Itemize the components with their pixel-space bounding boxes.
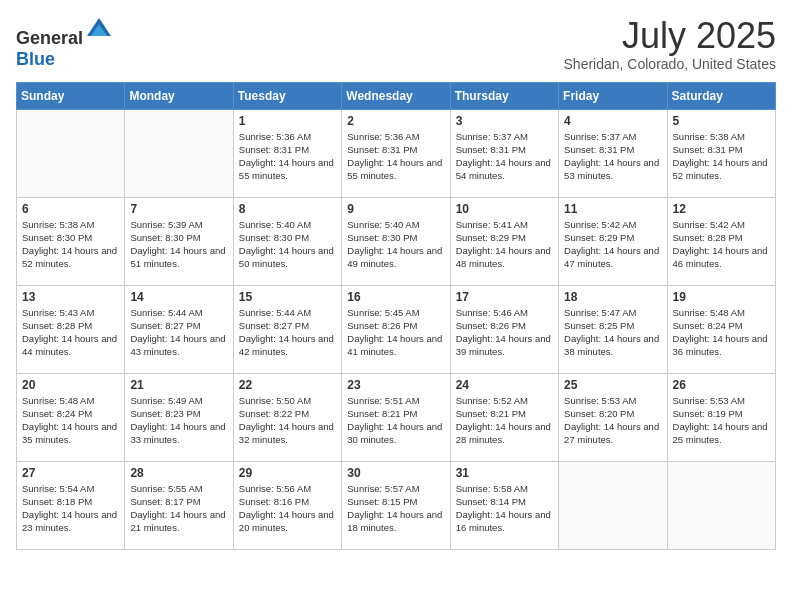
day-number: 7: [130, 202, 227, 216]
day-number: 4: [564, 114, 661, 128]
calendar-cell: 13Sunrise: 5:43 AM Sunset: 8:28 PM Dayli…: [17, 285, 125, 373]
calendar-cell: 17Sunrise: 5:46 AM Sunset: 8:26 PM Dayli…: [450, 285, 558, 373]
calendar-cell: 29Sunrise: 5:56 AM Sunset: 8:16 PM Dayli…: [233, 461, 341, 549]
day-info: Sunrise: 5:36 AM Sunset: 8:31 PM Dayligh…: [347, 130, 444, 183]
day-info: Sunrise: 5:51 AM Sunset: 8:21 PM Dayligh…: [347, 394, 444, 447]
day-info: Sunrise: 5:57 AM Sunset: 8:15 PM Dayligh…: [347, 482, 444, 535]
calendar-weekday-friday: Friday: [559, 82, 667, 109]
day-info: Sunrise: 5:56 AM Sunset: 8:16 PM Dayligh…: [239, 482, 336, 535]
day-info: Sunrise: 5:45 AM Sunset: 8:26 PM Dayligh…: [347, 306, 444, 359]
day-number: 23: [347, 378, 444, 392]
day-info: Sunrise: 5:50 AM Sunset: 8:22 PM Dayligh…: [239, 394, 336, 447]
day-info: Sunrise: 5:49 AM Sunset: 8:23 PM Dayligh…: [130, 394, 227, 447]
logo-icon: [85, 16, 113, 44]
calendar-week-row: 27Sunrise: 5:54 AM Sunset: 8:18 PM Dayli…: [17, 461, 776, 549]
calendar-cell: 20Sunrise: 5:48 AM Sunset: 8:24 PM Dayli…: [17, 373, 125, 461]
day-number: 3: [456, 114, 553, 128]
day-number: 15: [239, 290, 336, 304]
day-number: 21: [130, 378, 227, 392]
day-number: 10: [456, 202, 553, 216]
calendar-cell: 2Sunrise: 5:36 AM Sunset: 8:31 PM Daylig…: [342, 109, 450, 197]
calendar-cell: 14Sunrise: 5:44 AM Sunset: 8:27 PM Dayli…: [125, 285, 233, 373]
day-info: Sunrise: 5:55 AM Sunset: 8:17 PM Dayligh…: [130, 482, 227, 535]
logo-text: General Blue: [16, 16, 113, 70]
day-info: Sunrise: 5:41 AM Sunset: 8:29 PM Dayligh…: [456, 218, 553, 271]
calendar-cell: 11Sunrise: 5:42 AM Sunset: 8:29 PM Dayli…: [559, 197, 667, 285]
page-header: General Blue July 2025 Sheridan, Colorad…: [16, 16, 776, 72]
calendar-cell: 25Sunrise: 5:53 AM Sunset: 8:20 PM Dayli…: [559, 373, 667, 461]
calendar-cell: 23Sunrise: 5:51 AM Sunset: 8:21 PM Dayli…: [342, 373, 450, 461]
day-number: 20: [22, 378, 119, 392]
day-info: Sunrise: 5:53 AM Sunset: 8:19 PM Dayligh…: [673, 394, 770, 447]
calendar-cell: [667, 461, 775, 549]
day-number: 12: [673, 202, 770, 216]
day-info: Sunrise: 5:48 AM Sunset: 8:24 PM Dayligh…: [22, 394, 119, 447]
calendar-week-row: 6Sunrise: 5:38 AM Sunset: 8:30 PM Daylig…: [17, 197, 776, 285]
calendar-cell: [125, 109, 233, 197]
day-info: Sunrise: 5:38 AM Sunset: 8:30 PM Dayligh…: [22, 218, 119, 271]
calendar-cell: 4Sunrise: 5:37 AM Sunset: 8:31 PM Daylig…: [559, 109, 667, 197]
calendar-cell: 24Sunrise: 5:52 AM Sunset: 8:21 PM Dayli…: [450, 373, 558, 461]
calendar-cell: 26Sunrise: 5:53 AM Sunset: 8:19 PM Dayli…: [667, 373, 775, 461]
calendar-weekday-thursday: Thursday: [450, 82, 558, 109]
day-number: 25: [564, 378, 661, 392]
calendar-cell: 18Sunrise: 5:47 AM Sunset: 8:25 PM Dayli…: [559, 285, 667, 373]
day-info: Sunrise: 5:43 AM Sunset: 8:28 PM Dayligh…: [22, 306, 119, 359]
month-title: July 2025: [564, 16, 776, 56]
calendar-cell: 9Sunrise: 5:40 AM Sunset: 8:30 PM Daylig…: [342, 197, 450, 285]
day-info: Sunrise: 5:52 AM Sunset: 8:21 PM Dayligh…: [456, 394, 553, 447]
title-block: July 2025 Sheridan, Colorado, United Sta…: [564, 16, 776, 72]
day-number: 27: [22, 466, 119, 480]
day-number: 22: [239, 378, 336, 392]
day-number: 16: [347, 290, 444, 304]
day-info: Sunrise: 5:58 AM Sunset: 8:14 PM Dayligh…: [456, 482, 553, 535]
calendar-cell: 3Sunrise: 5:37 AM Sunset: 8:31 PM Daylig…: [450, 109, 558, 197]
day-number: 28: [130, 466, 227, 480]
day-number: 11: [564, 202, 661, 216]
day-info: Sunrise: 5:42 AM Sunset: 8:28 PM Dayligh…: [673, 218, 770, 271]
day-info: Sunrise: 5:48 AM Sunset: 8:24 PM Dayligh…: [673, 306, 770, 359]
calendar-cell: 8Sunrise: 5:40 AM Sunset: 8:30 PM Daylig…: [233, 197, 341, 285]
logo: General Blue: [16, 16, 113, 70]
day-info: Sunrise: 5:38 AM Sunset: 8:31 PM Dayligh…: [673, 130, 770, 183]
calendar-cell: 21Sunrise: 5:49 AM Sunset: 8:23 PM Dayli…: [125, 373, 233, 461]
day-number: 8: [239, 202, 336, 216]
day-number: 5: [673, 114, 770, 128]
calendar-cell: 7Sunrise: 5:39 AM Sunset: 8:30 PM Daylig…: [125, 197, 233, 285]
day-info: Sunrise: 5:47 AM Sunset: 8:25 PM Dayligh…: [564, 306, 661, 359]
calendar-cell: 6Sunrise: 5:38 AM Sunset: 8:30 PM Daylig…: [17, 197, 125, 285]
calendar-cell: 10Sunrise: 5:41 AM Sunset: 8:29 PM Dayli…: [450, 197, 558, 285]
day-number: 1: [239, 114, 336, 128]
calendar-cell: [559, 461, 667, 549]
calendar-cell: 12Sunrise: 5:42 AM Sunset: 8:28 PM Dayli…: [667, 197, 775, 285]
calendar-cell: 28Sunrise: 5:55 AM Sunset: 8:17 PM Dayli…: [125, 461, 233, 549]
calendar-cell: 19Sunrise: 5:48 AM Sunset: 8:24 PM Dayli…: [667, 285, 775, 373]
calendar-weekday-monday: Monday: [125, 82, 233, 109]
day-number: 30: [347, 466, 444, 480]
calendar-cell: 22Sunrise: 5:50 AM Sunset: 8:22 PM Dayli…: [233, 373, 341, 461]
day-number: 31: [456, 466, 553, 480]
location-title: Sheridan, Colorado, United States: [564, 56, 776, 72]
calendar-cell: 1Sunrise: 5:36 AM Sunset: 8:31 PM Daylig…: [233, 109, 341, 197]
day-info: Sunrise: 5:42 AM Sunset: 8:29 PM Dayligh…: [564, 218, 661, 271]
day-number: 6: [22, 202, 119, 216]
day-info: Sunrise: 5:53 AM Sunset: 8:20 PM Dayligh…: [564, 394, 661, 447]
day-info: Sunrise: 5:46 AM Sunset: 8:26 PM Dayligh…: [456, 306, 553, 359]
calendar-week-row: 1Sunrise: 5:36 AM Sunset: 8:31 PM Daylig…: [17, 109, 776, 197]
day-number: 18: [564, 290, 661, 304]
calendar-cell: 15Sunrise: 5:44 AM Sunset: 8:27 PM Dayli…: [233, 285, 341, 373]
calendar-weekday-tuesday: Tuesday: [233, 82, 341, 109]
calendar-header-row: SundayMondayTuesdayWednesdayThursdayFrid…: [17, 82, 776, 109]
calendar-week-row: 20Sunrise: 5:48 AM Sunset: 8:24 PM Dayli…: [17, 373, 776, 461]
day-number: 19: [673, 290, 770, 304]
day-info: Sunrise: 5:44 AM Sunset: 8:27 PM Dayligh…: [239, 306, 336, 359]
day-number: 24: [456, 378, 553, 392]
day-info: Sunrise: 5:40 AM Sunset: 8:30 PM Dayligh…: [347, 218, 444, 271]
day-info: Sunrise: 5:40 AM Sunset: 8:30 PM Dayligh…: [239, 218, 336, 271]
calendar-cell: 31Sunrise: 5:58 AM Sunset: 8:14 PM Dayli…: [450, 461, 558, 549]
day-info: Sunrise: 5:54 AM Sunset: 8:18 PM Dayligh…: [22, 482, 119, 535]
day-info: Sunrise: 5:36 AM Sunset: 8:31 PM Dayligh…: [239, 130, 336, 183]
logo-general: General: [16, 28, 83, 48]
day-number: 9: [347, 202, 444, 216]
day-number: 29: [239, 466, 336, 480]
